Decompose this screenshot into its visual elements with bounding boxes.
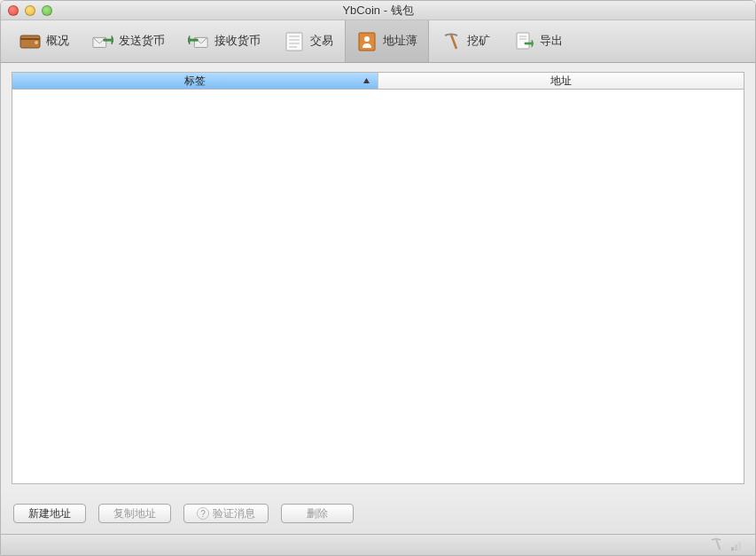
sort-asc-icon [362, 74, 370, 87]
button-label: 删除 [307, 506, 328, 521]
button-label: 复制地址 [113, 506, 156, 521]
verify-message-button[interactable]: ? 验证消息 [183, 504, 269, 523]
button-label: 新建地址 [28, 506, 71, 521]
button-bar: 新建地址 复制地址 ? 验证消息 删除 [1, 493, 755, 534]
svg-line-12 [451, 35, 456, 49]
toolbar-overview[interactable]: 概况 [8, 20, 81, 62]
toolbar-label: 交易 [310, 34, 333, 49]
svg-rect-1 [20, 38, 40, 40]
toolbar: 概况 发送货币 接收货币 交易 地址薄 挖矿 导出 [1, 20, 755, 63]
window-controls [8, 5, 52, 16]
toolbar-mining[interactable]: 挖矿 [429, 20, 502, 62]
wallet-icon [19, 31, 41, 52]
pickaxe-icon [440, 31, 462, 52]
svg-rect-19 [738, 542, 741, 551]
table-header: 标签 地址 [12, 73, 744, 90]
toolbar-label: 导出 [540, 34, 563, 49]
toolbar-receive[interactable]: 接收货币 [176, 20, 272, 62]
copy-address-button[interactable]: 复制地址 [98, 504, 171, 523]
transactions-icon [284, 31, 305, 52]
minimize-icon[interactable] [25, 5, 35, 16]
column-label: 标签 [184, 74, 206, 89]
toolbar-address-book[interactable]: 地址薄 [345, 20, 429, 62]
content-area: 标签 地址 [1, 63, 755, 493]
svg-point-11 [364, 36, 370, 42]
export-icon [513, 31, 534, 52]
new-address-button[interactable]: 新建地址 [13, 504, 86, 523]
toolbar-label: 概况 [46, 34, 69, 49]
svg-rect-20 [742, 539, 744, 551]
svg-point-2 [35, 41, 38, 44]
address-table: 标签 地址 [12, 72, 744, 484]
maximize-icon[interactable] [42, 5, 52, 16]
column-label: 地址 [550, 74, 572, 89]
svg-line-16 [716, 539, 720, 550]
toolbar-export[interactable]: 导出 [502, 20, 574, 62]
column-header-address[interactable]: 地址 [378, 73, 744, 89]
toolbar-label: 地址薄 [383, 34, 417, 49]
column-header-label[interactable]: 标签 [12, 73, 378, 89]
toolbar-label: 发送货币 [119, 34, 165, 49]
titlebar: YbCoin - 钱包 [1, 1, 755, 20]
delete-button[interactable]: 删除 [281, 504, 354, 523]
svg-rect-13 [517, 33, 529, 49]
network-status-icon [730, 538, 746, 554]
mining-status-icon [709, 537, 723, 555]
receive-icon [188, 31, 209, 52]
table-body[interactable] [12, 90, 744, 483]
toolbar-transactions[interactable]: 交易 [272, 20, 345, 62]
address-book-icon [356, 31, 378, 52]
svg-rect-5 [286, 33, 302, 51]
send-icon [92, 31, 113, 52]
button-label: 验证消息 [213, 506, 255, 521]
statusbar [1, 534, 755, 556]
help-icon: ? [197, 507, 209, 520]
svg-rect-17 [731, 547, 734, 551]
toolbar-label: 挖矿 [467, 34, 490, 49]
close-icon[interactable] [8, 5, 19, 16]
toolbar-label: 接收货币 [214, 34, 261, 49]
toolbar-send[interactable]: 发送货币 [81, 20, 176, 62]
svg-rect-18 [735, 544, 737, 551]
window-title: YbCoin - 钱包 [1, 3, 755, 19]
